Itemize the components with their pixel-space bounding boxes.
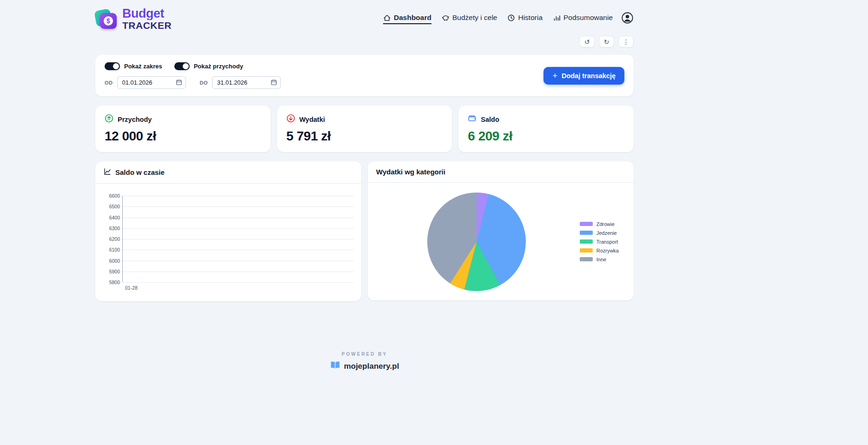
legend-item[interactable]: Rozrywka <box>580 248 619 253</box>
logo-title-bottom: TRACKER <box>122 20 172 30</box>
line-chart-icon <box>104 168 111 177</box>
y-axis-tick-label: 6600 <box>102 193 120 199</box>
toggle-knob <box>113 63 119 69</box>
legend-swatch <box>580 248 593 252</box>
user-avatar-button[interactable] <box>621 13 634 25</box>
stats-row: Przychody 12 000 zł Wydatki 5 791 zł Sal… <box>95 106 634 152</box>
stat-head: Wydatki <box>286 114 443 125</box>
line-chart-plot-area: 660065006400630062006100600059005800 <box>122 196 354 282</box>
redo-button[interactable]: ↻ <box>599 36 614 47</box>
toggle-knob <box>183 63 189 69</box>
y-axis-tick-label: 5900 <box>102 269 120 274</box>
nav-item-history[interactable]: Historia <box>507 13 543 24</box>
piggy-bank-icon <box>442 14 450 22</box>
chart-header: Wydatki wg kategorii <box>368 161 634 183</box>
more-options-button[interactable]: ⋮ <box>618 36 634 47</box>
redo-icon: ↻ <box>604 39 610 45</box>
legend-swatch <box>580 239 593 244</box>
add-transaction-button[interactable]: + Dodaj transakcję <box>543 67 624 85</box>
logo-text: Budget TRACKER <box>122 7 172 30</box>
legend-item[interactable]: Transport <box>580 239 619 245</box>
undo-button[interactable]: ↺ <box>579 36 595 47</box>
nav-item-budgets-goals[interactable]: Budżety i cele <box>442 13 497 24</box>
income-toggle-group[interactable]: Pokaż przychody <box>174 62 243 70</box>
stat-head: Saldo <box>468 114 624 125</box>
legend-label: Jedzenie <box>596 230 617 236</box>
date-to-input[interactable] <box>212 76 281 89</box>
legend-label: Transport <box>596 239 618 245</box>
gridline <box>123 206 354 207</box>
kebab-menu-icon: ⋮ <box>623 39 629 45</box>
logo-card-front: $ <box>100 13 117 29</box>
stat-value-expenses: 5 791 zł <box>286 129 443 144</box>
filter-bar: Pokaż zakres Pokaż przychody OD DO <box>95 55 634 96</box>
y-axis-tick-label: 6100 <box>102 247 120 252</box>
stat-card-expenses: Wydatki 5 791 zł <box>277 106 452 152</box>
gridline <box>123 272 354 272</box>
bar-chart-icon <box>553 14 561 22</box>
nav-item-summary[interactable]: Podsumowanie <box>553 13 613 24</box>
date-to-group: DO <box>200 76 281 89</box>
line-chart-body: 660065006400630062006100600059005800 01-… <box>95 184 361 301</box>
y-axis-tick-label: 6200 <box>102 236 120 242</box>
wallet-icon <box>468 114 477 125</box>
add-transaction-label: Dodaj transakcję <box>562 72 616 80</box>
stat-value-income: 12 000 zł <box>105 129 261 144</box>
gridline <box>123 282 354 283</box>
footer-brand-name: mojeplanery.pl <box>344 362 399 371</box>
stat-label: Wydatki <box>299 116 325 123</box>
legend-label: Rozrywka <box>596 248 619 253</box>
legend-swatch <box>580 222 593 226</box>
dates-row: OD DO <box>105 76 281 89</box>
book-icon <box>330 361 340 372</box>
legend-label: Inne <box>596 257 606 262</box>
nav-label: Dashboard <box>394 13 431 22</box>
header: $ Budget TRACKER Dashboard Budżety i cel… <box>95 0 634 30</box>
y-axis-tick-label: 6500 <box>102 204 120 209</box>
gridline <box>123 250 354 250</box>
arrow-up-circle-icon <box>105 114 113 125</box>
gridline <box>123 196 354 196</box>
date-to-wrap <box>212 76 281 89</box>
footer: POWERED BY mojeplanery.pl <box>95 352 634 372</box>
app-container: $ Budget TRACKER Dashboard Budżety i cel… <box>95 0 634 372</box>
nav-label: Podsumowanie <box>563 13 613 22</box>
balance-over-time-card: Saldo w czasie 6600650064006300620061006… <box>95 161 361 301</box>
legend-swatch <box>580 257 593 261</box>
pie-chart <box>427 193 526 291</box>
stat-label: Przychody <box>118 116 152 123</box>
income-toggle-switch[interactable] <box>174 62 190 70</box>
gridline <box>123 239 354 239</box>
date-from-input[interactable] <box>117 76 186 89</box>
charts-row: Saldo w czasie 6600650064006300620061006… <box>95 161 634 301</box>
arrow-down-circle-icon <box>286 114 295 125</box>
toggles-row: Pokaż zakres Pokaż przychody <box>105 62 281 70</box>
chart-header: Saldo w czasie <box>95 161 361 184</box>
nav-item-dashboard[interactable]: Dashboard <box>383 13 431 24</box>
logo-title-top: Budget <box>122 7 172 20</box>
gridline <box>123 261 354 261</box>
y-axis-tick-label: 6000 <box>102 258 120 264</box>
legend-item[interactable]: Jedzenie <box>580 230 619 236</box>
legend-label: Zdrowie <box>596 221 615 227</box>
chart-title: Wydatki wg kategorii <box>376 168 445 176</box>
home-icon <box>383 14 391 22</box>
range-toggle-switch[interactable] <box>105 62 120 70</box>
stat-card-balance: Saldo 6 209 zł <box>458 106 634 152</box>
filter-controls: Pokaż zakres Pokaż przychody OD DO <box>105 62 281 89</box>
legend-item[interactable]: Zdrowie <box>580 221 619 227</box>
legend-swatch <box>580 231 593 235</box>
app-logo[interactable]: $ Budget TRACKER <box>95 7 172 30</box>
y-axis-tick-label: 6300 <box>102 226 120 231</box>
legend-item[interactable]: Inne <box>580 257 619 262</box>
range-toggle-group[interactable]: Pokaż zakres <box>105 62 162 70</box>
plus-icon: + <box>552 72 557 80</box>
stat-label: Saldo <box>481 116 499 123</box>
stat-card-income: Przychody 12 000 zł <box>95 106 271 152</box>
footer-brand-link[interactable]: mojeplanery.pl <box>95 361 634 372</box>
chart-title: Saldo w czasie <box>115 168 165 176</box>
date-from-group: OD <box>105 76 186 89</box>
budget-tracker-logo-icon: $ <box>95 8 118 30</box>
gridline <box>123 218 354 218</box>
dollar-coin-icon: $ <box>104 16 113 26</box>
